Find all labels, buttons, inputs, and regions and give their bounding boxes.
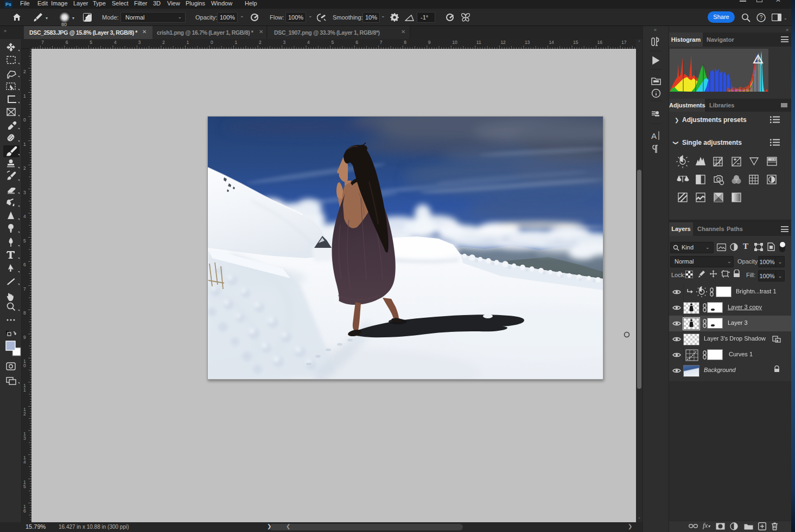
svg-text:10: 10 [452,40,457,45]
svg-text:3: 3 [23,435,26,441]
svg-text:2: 2 [23,69,26,74]
svg-text:13: 13 [525,40,530,45]
svg-text:3: 3 [23,190,26,195]
svg-text:1: 1 [23,387,26,393]
svg-text:2: 2 [23,165,26,171]
svg-text:1: 1 [187,40,189,45]
svg-text:1: 1 [235,40,238,45]
svg-text:11: 11 [476,40,481,45]
svg-text:6: 6 [23,262,26,267]
svg-text:0: 0 [23,117,26,123]
svg-text:15: 15 [573,40,578,45]
svg-text:17: 17 [621,40,627,45]
svg-text:7: 7 [380,40,383,45]
svg-text:6: 6 [355,40,358,45]
svg-text:16: 16 [597,40,603,45]
svg-text:?: ? [760,15,763,21]
svg-text:12: 12 [500,40,506,45]
svg-text:1: 1 [23,93,26,99]
svg-text:9: 9 [23,335,26,340]
svg-text:2: 2 [162,40,165,45]
svg-text:5: 5 [332,40,334,45]
svg-text:7: 7 [41,40,44,45]
svg-text:4: 4 [23,459,26,465]
svg-text:6: 6 [23,508,26,514]
svg-text:2: 2 [23,411,26,416]
svg-text:3: 3 [283,40,286,45]
svg-text:A: A [651,131,657,140]
svg-text:5: 5 [23,238,26,243]
svg-text:8: 8 [23,310,26,316]
svg-text:0: 0 [211,40,213,45]
svg-text:2: 2 [259,40,262,45]
svg-text:4: 4 [307,40,310,45]
svg-text:4: 4 [23,214,26,219]
svg-text:1: 1 [23,142,26,147]
svg-text:0: 0 [23,363,26,368]
svg-text:14: 14 [549,40,554,45]
svg-text:4: 4 [114,40,117,45]
svg-text:5: 5 [23,484,26,489]
svg-text:6: 6 [66,40,68,45]
svg-text:8: 8 [404,40,406,45]
svg-text:5: 5 [90,40,92,45]
svg-text:9: 9 [428,40,431,45]
svg-text:3: 3 [138,40,141,45]
svg-text:7: 7 [23,286,26,292]
